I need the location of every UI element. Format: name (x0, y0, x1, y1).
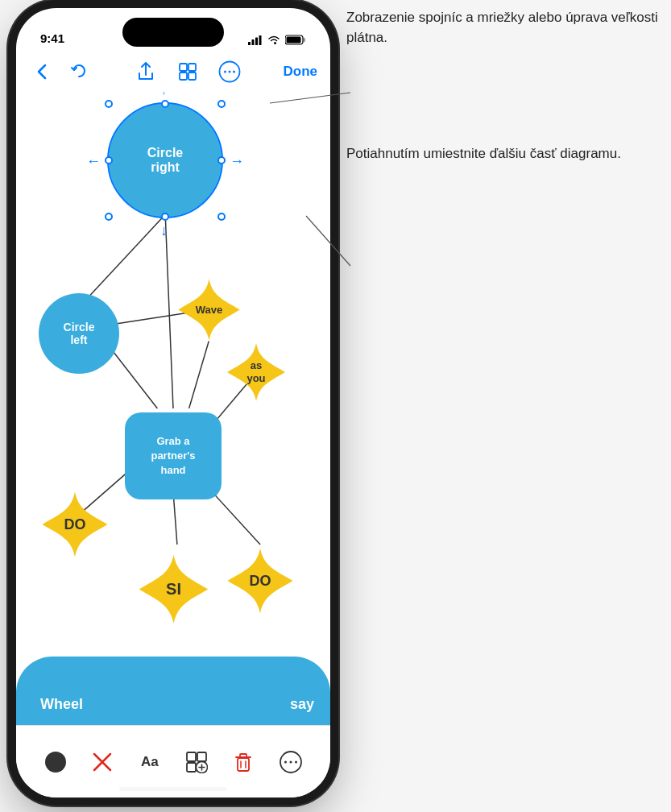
svg-line-17 (81, 214, 165, 305)
svg-rect-11 (180, 72, 187, 80)
circle-left-label: Circleleft (64, 321, 95, 346)
bottom-blue-area: Wheel say (16, 657, 330, 725)
grab-partner-shape[interactable]: Grab apartner'shand (125, 412, 222, 499)
si-shape[interactable]: SI (135, 551, 212, 628)
svg-rect-10 (188, 64, 196, 71)
handle-tr[interactable] (217, 100, 226, 108)
wheel-label: Wheel (40, 696, 83, 713)
drag-arrow-bottom[interactable]: ↓ (160, 222, 168, 239)
dynamic-island (122, 18, 224, 47)
do-left-label: DO (64, 516, 86, 533)
share-button[interactable] (133, 59, 159, 85)
svg-line-21 (189, 341, 209, 408)
as-you-shape[interactable]: asyou (224, 340, 288, 404)
do-left-shape[interactable]: DO (39, 488, 111, 561)
svg-rect-30 (197, 752, 206, 761)
phone-frame: 9:41 (16, 8, 330, 798)
annotation-2: Potiahnutím umiestnite ďalšiu časť diagr… (346, 144, 661, 164)
scissors-button[interactable] (85, 744, 120, 780)
wave-shape[interactable]: Wave (175, 276, 243, 344)
selection-box: ↑ ↓ ← → (109, 104, 222, 217)
handle-ml[interactable] (105, 156, 113, 164)
toolbar-right: Done (284, 64, 318, 80)
signal-icon (248, 35, 263, 45)
svg-point-15 (228, 71, 230, 73)
svg-point-14 (224, 71, 226, 73)
svg-line-24 (173, 491, 177, 545)
do-right-label: DO (250, 573, 271, 590)
handle-bc[interactable] (161, 213, 169, 221)
dot-button[interactable] (38, 744, 73, 780)
toolbar-left (29, 59, 92, 85)
svg-line-18 (165, 214, 173, 408)
handle-tc[interactable] (161, 100, 169, 108)
toolbar-center (92, 59, 284, 85)
say-label: say (290, 696, 314, 713)
undo-button[interactable] (66, 59, 92, 85)
drag-arrow-top[interactable]: ↑ (160, 92, 168, 98)
as-you-label: asyou (246, 359, 265, 384)
more-button[interactable] (217, 59, 242, 85)
svg-point-41 (289, 760, 292, 763)
svg-rect-31 (187, 763, 196, 772)
handle-tl[interactable] (105, 100, 113, 108)
bottom-more-button[interactable] (273, 744, 309, 780)
svg-point-16 (233, 71, 235, 73)
text-format-button[interactable]: Aa (132, 744, 168, 780)
delete-button[interactable] (226, 744, 261, 780)
svg-rect-3 (252, 39, 255, 45)
do-right-shape[interactable]: DO (224, 545, 296, 617)
grid-button[interactable] (175, 59, 201, 85)
handle-mr[interactable] (217, 156, 226, 164)
add-shape-button[interactable] (179, 744, 214, 780)
si-label: SI (166, 580, 181, 599)
svg-rect-5 (259, 35, 262, 45)
wifi-icon (267, 35, 280, 45)
battery-icon (285, 35, 306, 45)
canvas-area[interactable]: Circleright ↑ ↓ ← → Circleleft (16, 92, 330, 725)
svg-rect-9 (180, 64, 187, 71)
svg-point-42 (295, 760, 297, 763)
svg-rect-4 (255, 37, 258, 45)
status-icons (248, 35, 306, 45)
toolbar: Done (16, 52, 330, 92)
svg-rect-29 (187, 752, 196, 761)
done-button[interactable]: Done (284, 64, 318, 80)
back-button[interactable] (29, 59, 55, 85)
svg-point-26 (45, 752, 66, 773)
svg-rect-2 (248, 42, 251, 45)
drag-arrow-right[interactable]: → (230, 153, 244, 170)
annotations: Zobrazenie spojníc a mriežky alebo úprav… (346, 8, 661, 164)
svg-rect-36 (238, 758, 249, 771)
annotation-1: Zobrazenie spojníc a mriežky alebo úprav… (346, 8, 661, 48)
handle-br[interactable] (217, 213, 226, 221)
bottom-toolbar: Aa (16, 725, 330, 798)
text-format-label: Aa (141, 754, 159, 770)
svg-rect-8 (287, 37, 301, 44)
svg-rect-12 (188, 72, 196, 80)
svg-point-40 (284, 760, 287, 763)
handle-bl[interactable] (105, 213, 113, 221)
drag-arrow-left[interactable]: ← (86, 153, 101, 170)
circle-left-shape[interactable]: Circleleft (39, 293, 119, 374)
grab-partner-label: Grab apartner'shand (151, 434, 195, 478)
svg-rect-7 (304, 38, 306, 42)
wave-label: Wave (196, 304, 222, 316)
